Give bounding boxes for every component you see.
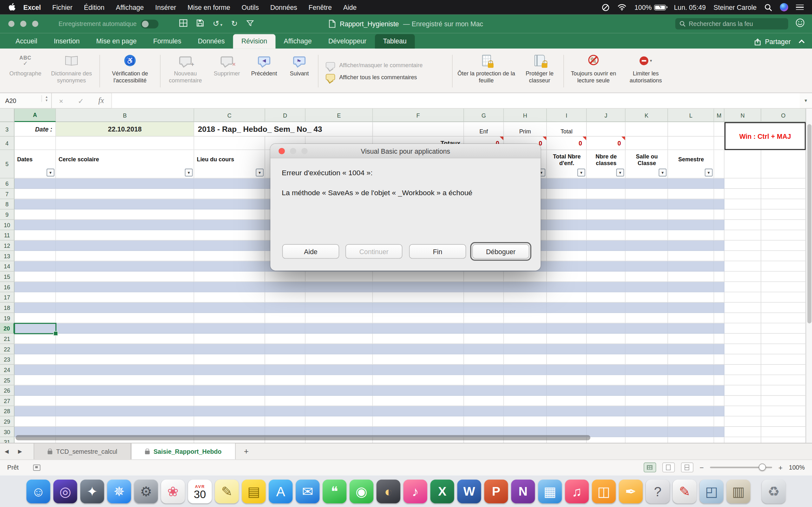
cell-G29[interactable] bbox=[464, 416, 504, 427]
menubar-item-excel[interactable]: Excel bbox=[18, 3, 47, 11]
cell-L3[interactable] bbox=[668, 122, 714, 136]
cell-C29[interactable] bbox=[194, 416, 265, 427]
cell-B19[interactable] bbox=[56, 313, 194, 324]
column-header-F[interactable]: F bbox=[373, 109, 464, 122]
cell-K10[interactable] bbox=[625, 220, 668, 230]
cell-D22[interactable] bbox=[265, 344, 305, 354]
row-header-28[interactable]: 28 bbox=[0, 406, 14, 417]
dock-messages-icon[interactable]: ❝ bbox=[322, 480, 346, 503]
cell-L23[interactable] bbox=[668, 354, 714, 365]
cell-C27[interactable] bbox=[194, 396, 265, 406]
cell-J22[interactable] bbox=[587, 344, 625, 354]
cell-C18[interactable] bbox=[194, 302, 265, 313]
cell-O11[interactable] bbox=[761, 230, 806, 241]
cell-D18[interactable] bbox=[265, 302, 305, 313]
cell-J12[interactable] bbox=[587, 240, 625, 251]
cell-I10[interactable] bbox=[547, 220, 587, 230]
cell-C25[interactable] bbox=[194, 375, 265, 386]
cell-O17[interactable] bbox=[761, 292, 806, 302]
window-close-button[interactable] bbox=[8, 20, 14, 27]
cell-I13[interactable] bbox=[547, 251, 587, 262]
cell-O8[interactable] bbox=[761, 199, 806, 210]
cell-C8[interactable] bbox=[194, 199, 265, 210]
row-header-21[interactable]: 21 bbox=[0, 334, 14, 344]
cell-C17[interactable] bbox=[194, 292, 265, 302]
cell-L25[interactable] bbox=[668, 375, 714, 386]
cell-C23[interactable] bbox=[194, 354, 265, 365]
cell-M13[interactable] bbox=[714, 251, 724, 262]
next-comment-button[interactable]: ▶ Suivant bbox=[283, 51, 316, 92]
cell-B6[interactable] bbox=[56, 178, 194, 189]
cell-D23[interactable] bbox=[265, 354, 305, 365]
horizontal-scrollbar-thumb[interactable] bbox=[15, 435, 590, 440]
cell-B24[interactable] bbox=[56, 365, 194, 375]
row-header-19[interactable]: 19 bbox=[0, 313, 14, 324]
cell-G17[interactable] bbox=[464, 292, 504, 302]
cell-A12[interactable] bbox=[14, 240, 56, 251]
cell-B21[interactable] bbox=[56, 334, 194, 344]
row-header-26[interactable]: 26 bbox=[0, 385, 14, 396]
cell-J25[interactable] bbox=[587, 375, 625, 386]
column-header-B[interactable]: B bbox=[56, 109, 194, 122]
cell-J14[interactable] bbox=[587, 261, 625, 272]
cell-N17[interactable] bbox=[724, 292, 761, 302]
row-header-16[interactable]: 16 bbox=[0, 282, 14, 292]
tab-revision[interactable]: Révision bbox=[233, 34, 275, 49]
filter-button-A[interactable]: ▼ bbox=[47, 169, 54, 176]
row-header-24[interactable]: 24 bbox=[0, 365, 14, 375]
add-sheet-button[interactable]: + bbox=[236, 443, 257, 459]
cell-A18[interactable] bbox=[14, 302, 56, 313]
cell-K26[interactable] bbox=[625, 385, 668, 396]
cell-G26[interactable] bbox=[464, 385, 504, 396]
cell-C7[interactable] bbox=[194, 189, 265, 199]
cell-H25[interactable] bbox=[504, 375, 547, 386]
dock-app-store-icon[interactable]: A bbox=[269, 480, 293, 503]
cell-C24[interactable] bbox=[194, 365, 265, 375]
do-not-disturb-icon[interactable] bbox=[602, 3, 609, 11]
row-header-3[interactable]: 3 bbox=[0, 122, 14, 136]
cell-B7[interactable] bbox=[56, 189, 194, 199]
cell-J30[interactable] bbox=[587, 427, 625, 437]
cell-J27[interactable] bbox=[587, 396, 625, 406]
cell-K15[interactable] bbox=[625, 272, 668, 282]
cell-L18[interactable] bbox=[668, 302, 714, 313]
cell-N13[interactable] bbox=[724, 251, 761, 262]
cell-F19[interactable] bbox=[373, 313, 464, 324]
cell-N24[interactable] bbox=[724, 365, 761, 375]
cell-C13[interactable] bbox=[194, 251, 265, 262]
filter-button-J[interactable]: ▼ bbox=[616, 169, 624, 176]
cell-O13[interactable] bbox=[761, 251, 806, 262]
cell-L29[interactable] bbox=[668, 416, 714, 427]
cell-C3[interactable]: 2018 - Rap_ Hebdo_ Sem_ No_ 43 bbox=[194, 122, 373, 136]
search-input[interactable]: Rechercher dans la feu bbox=[675, 18, 788, 30]
cell-I27[interactable] bbox=[547, 396, 587, 406]
cell-B11[interactable] bbox=[56, 230, 194, 241]
cell-L9[interactable] bbox=[668, 210, 714, 220]
cell-N11[interactable] bbox=[724, 230, 761, 241]
cell-B29[interactable] bbox=[56, 416, 194, 427]
filter-button-B[interactable]: ▼ bbox=[185, 169, 193, 176]
cell-B16[interactable] bbox=[56, 282, 194, 292]
cell-N22[interactable] bbox=[724, 344, 761, 354]
row-header-27[interactable]: 27 bbox=[0, 396, 14, 406]
name-box[interactable]: A20 ▲▼ bbox=[0, 93, 52, 108]
notification-center-icon[interactable] bbox=[796, 4, 803, 10]
cell-N27[interactable] bbox=[724, 396, 761, 406]
cell-L21[interactable] bbox=[668, 334, 714, 344]
row-header-13[interactable]: 13 bbox=[0, 251, 14, 262]
cell-A9[interactable] bbox=[14, 210, 56, 220]
cell-E16[interactable] bbox=[305, 282, 373, 292]
menubar-item-fenetre[interactable]: Fenêtre bbox=[303, 3, 338, 11]
sheet-tab-tcd-semestre-calcul[interactable]: TCD_semestre_calcul bbox=[34, 443, 131, 459]
cell-G3[interactable]: Enf bbox=[464, 122, 504, 136]
spotlight-search-icon[interactable] bbox=[764, 3, 772, 11]
cell-E21[interactable] bbox=[305, 334, 373, 344]
cell-L12[interactable] bbox=[668, 240, 714, 251]
tab-developpeur[interactable]: Développeur bbox=[320, 34, 375, 49]
cell-B28[interactable] bbox=[56, 406, 194, 417]
window-zoom-button[interactable] bbox=[32, 20, 38, 27]
cell-L19[interactable] bbox=[668, 313, 714, 324]
cell-O23[interactable] bbox=[761, 354, 806, 365]
cell-M15[interactable] bbox=[714, 272, 724, 282]
cell-O27[interactable] bbox=[761, 396, 806, 406]
